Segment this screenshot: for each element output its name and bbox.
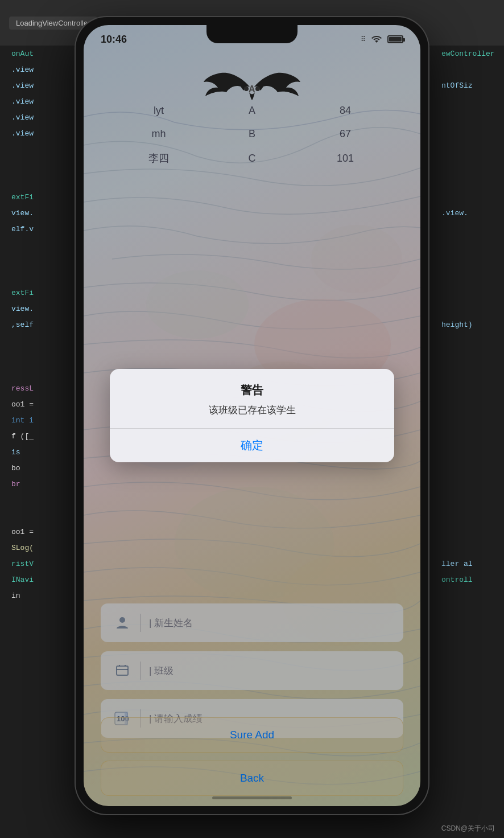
code-line <box>430 173 504 189</box>
alert-overlay: 警告 该班级已存在该学生 确定 <box>84 25 420 806</box>
phone-frame: 10:46 ⠿ A <box>76 17 428 814</box>
alert-message: 该班级已存在该学生 <box>127 404 377 417</box>
code-line: ontroll <box>430 572 504 588</box>
code-line <box>430 460 504 476</box>
phone-screen: 10:46 ⠿ A <box>84 25 420 806</box>
code-line: oo1 = <box>0 524 46 540</box>
code-line: SLog( <box>0 540 46 556</box>
code-line: .view <box>0 61 46 77</box>
code-line: oo1 = <box>0 396 46 412</box>
code-line: f ([_ <box>0 428 46 444</box>
code-line: int i <box>0 412 46 428</box>
code-line: view. <box>0 205 46 221</box>
code-line <box>0 157 46 173</box>
alert-title: 警告 <box>127 383 377 398</box>
code-line <box>430 61 504 77</box>
code-line <box>430 125 504 141</box>
code-line <box>0 332 46 348</box>
code-line <box>430 492 504 508</box>
watermark: CSDN@关于小司 <box>441 824 495 833</box>
phone-notch <box>206 25 298 43</box>
code-line <box>0 508 46 524</box>
alert-dialog: 警告 该班级已存在该学生 确定 <box>110 369 394 462</box>
code-line <box>0 269 46 285</box>
code-line <box>430 141 504 157</box>
code-line: onAut <box>0 46 46 61</box>
home-indicator <box>212 796 292 799</box>
code-line <box>430 189 504 205</box>
code-line: view. <box>0 301 46 317</box>
code-line <box>430 157 504 173</box>
code-line <box>430 332 504 348</box>
code-line: ller al <box>430 556 504 572</box>
code-line <box>0 141 46 157</box>
code-line <box>430 380 504 396</box>
code-line: .view <box>0 109 46 125</box>
code-line <box>430 253 504 269</box>
code-line <box>430 508 504 524</box>
code-line: ,self <box>0 317 46 332</box>
code-line <box>430 109 504 125</box>
code-line: ressL <box>0 380 46 396</box>
code-line: in <box>0 588 46 603</box>
code-line: extFi <box>0 189 46 205</box>
code-line: elf.v <box>0 221 46 237</box>
code-line <box>430 444 504 460</box>
code-line <box>0 253 46 269</box>
code-line <box>430 93 504 109</box>
code-line <box>430 588 504 603</box>
code-line: bo <box>0 460 46 476</box>
code-line: .view <box>0 93 46 109</box>
code-line <box>430 364 504 380</box>
code-line <box>430 221 504 237</box>
alert-confirm-label: 确定 <box>241 438 263 453</box>
code-line: height) <box>430 317 504 332</box>
code-line <box>430 237 504 253</box>
code-line: ntOfSiz <box>430 77 504 93</box>
code-line <box>0 348 46 364</box>
code-line <box>430 396 504 412</box>
code-line <box>430 285 504 301</box>
code-line <box>430 301 504 317</box>
code-line: ewController <box>430 46 504 61</box>
code-line <box>0 492 46 508</box>
code-line <box>430 348 504 364</box>
right-code-lines: ewController ntOfSiz .view. height) ller… <box>430 46 504 603</box>
code-line: .view. <box>430 205 504 221</box>
code-line <box>0 237 46 253</box>
code-line <box>430 540 504 556</box>
code-line: ristV <box>0 556 46 572</box>
code-line: .view <box>0 77 46 93</box>
alert-content: 警告 该班级已存在该学生 <box>110 369 394 428</box>
left-code-lines: onAut .view .view .view .view .view extF… <box>0 46 46 603</box>
code-line <box>430 476 504 492</box>
code-line <box>430 428 504 444</box>
code-line <box>0 364 46 380</box>
code-line <box>0 173 46 189</box>
code-line <box>430 412 504 428</box>
code-line: extFi <box>0 285 46 301</box>
code-line: .view <box>0 125 46 141</box>
alert-confirm-button[interactable]: 确定 <box>110 429 394 462</box>
code-line: is <box>0 444 46 460</box>
code-line <box>430 269 504 285</box>
code-line: INavi <box>0 572 46 588</box>
code-line <box>430 524 504 540</box>
code-line: br <box>0 476 46 492</box>
